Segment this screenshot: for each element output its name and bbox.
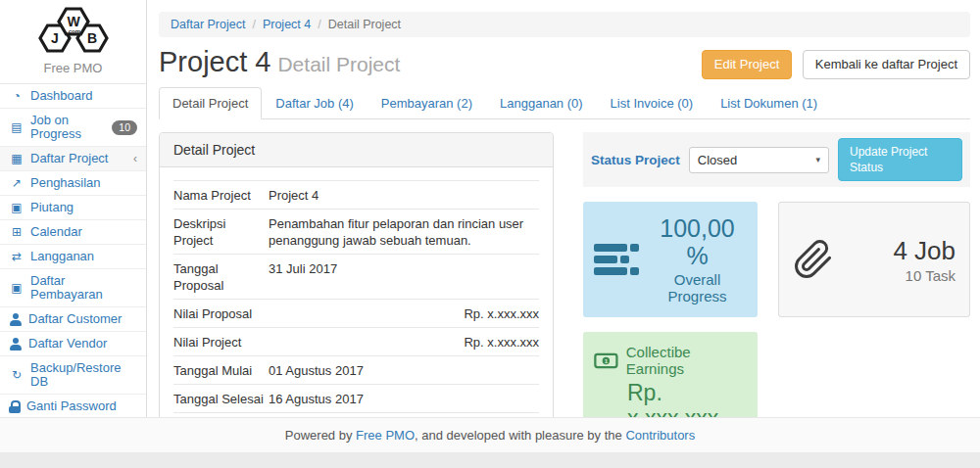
footer-text: , and developed with pleasure by the [415,428,625,443]
sidebar-item-label: Penghasilan [30,176,101,190]
footer-text: Powered by [285,428,356,443]
table-row: Tanggal Mulai 01 Agustus 2017 [173,356,539,385]
sidebar-item-piutang[interactable]: ▣ Piutang [0,196,146,220]
sidebar-item-label: Ganti Password [26,399,117,413]
retweet-icon: ⇄ [9,250,24,263]
tasks-icon [594,240,639,279]
free-pmo-link[interactable]: Free PMO [356,428,415,443]
detail-table: Nama Project Project 4 Deskripsi Project… [173,180,539,417]
table-row: Tanggal Proposal 31 Juli 2017 [173,255,539,300]
refresh-icon: ↻ [9,368,24,382]
calendar-icon: ⊞ [9,225,24,239]
sidebar-item-label: Daftar Project [30,152,108,165]
sidebar-item-label: Dashboard [30,89,93,103]
page-bottom-background [0,452,980,468]
tab-daftar-job[interactable]: Daftar Job (4) [262,87,367,119]
dashboard-icon: ◔ [9,89,24,103]
svg-text:B: B [86,30,96,46]
breadcrumb-project-4[interactable]: Project 4 [263,18,311,31]
table-row: Tanggal Selesai 16 Agustus 2017 [173,385,539,413]
table-row: Nilai Proposal Rp. x.xxx.xxx [173,300,539,328]
sidebar-item-calendar[interactable]: ⊞ Calendar [0,220,146,245]
overall-progress-caption: Overall Progress [648,271,747,304]
job-count-badge: 10 [112,120,137,135]
sidebar-item-label: Daftar Customer [28,312,122,326]
table-row: Nama Project Project 4 [173,181,539,210]
overall-progress-value: 100,00 % [648,214,747,269]
sidebar-item-label: Piutang [30,201,74,214]
tab-detail-project[interactable]: Detail Project [159,87,262,119]
money-icon: 1 [594,352,618,369]
sidebar-item-label: Langganan [30,250,94,263]
tab-pembayaran[interactable]: Pembayaran (2) [368,87,486,119]
sidebar-item-daftar-vendor[interactable]: Daftar Vendor [0,332,146,356]
money-icon: ▣ [9,201,24,214]
status-project-form: Status Project Closed ▾ Update Project S… [583,132,970,187]
sidebar-item-label: Calendar [30,225,82,239]
status-select[interactable]: Closed ▾ [689,147,829,173]
sidebar-item-daftar-pembayaran[interactable]: ▣ Daftar Pembayaran [0,269,146,307]
table-icon: ▦ [9,152,24,165]
breadcrumb-separator: / [316,18,322,31]
sidebar-item-langganan[interactable]: ⇄ Langganan [0,245,146,269]
logo-link[interactable]: J B W .com Free PMO [0,0,146,83]
tab-langganan[interactable]: Langganan (0) [486,87,597,119]
earnings-value: Rp. x.xxx.xxx [627,380,747,417]
footer: Powered by Free PMO, and developed with … [0,417,980,452]
edit-project-button[interactable]: Edit Project [702,50,792,79]
breadcrumb-separator: / [250,18,257,31]
jobs-box: 4 Job 10 Task [778,202,970,317]
sidebar-item-dashboard[interactable]: ◔ Dashboard [0,84,146,109]
status-project-label: Status Project [591,153,680,167]
sidebar-item-label: Daftar Pembayaran [30,274,137,302]
status-select-value: Closed [698,153,737,167]
tab-list-dokumen[interactable]: List Dokumen (1) [707,87,831,119]
tab-list-invoice[interactable]: List Invoice (0) [597,87,708,119]
table-row: Deskripsi Project Penambahan fitur pelap… [173,210,539,255]
task-count-caption: 10 Task [893,267,956,284]
sidebar-item-penghasilan[interactable]: ↗ Penghasilan [0,171,146,196]
paperclip-icon [793,239,834,280]
svg-text:J: J [51,30,59,46]
main-content: Daftar Project / Project 4 / Detail Proj… [147,0,980,417]
sidebar-item-label: Backup/Restore DB [30,361,137,389]
jwb-logo-icon: J B W .com [31,6,116,55]
users-icon [9,338,23,351]
job-count-value: 4 Job [893,236,956,265]
sidebar-item-backup-restore-db[interactable]: ↻ Backup/Restore DB [0,356,146,395]
caret-down-icon: ▾ [816,155,821,164]
svg-text:1: 1 [605,356,609,363]
collectible-earnings-box: 1 Collectibe Earnings Rp. x.xxx.xxx [583,332,758,417]
tasks-icon: ▤ [9,120,24,134]
svg-text:.com: .com [66,28,79,34]
breadcrumb-current: Detail Project [328,18,401,31]
page-subtitle: Detail Project [277,53,400,75]
update-project-status-button[interactable]: Update Project Status [838,138,962,181]
sidebar: J B W .com Free PMO ◔ Dashboard ▤ Job on… [0,0,147,417]
breadcrumb-daftar-project[interactable]: Daftar Project [171,18,245,31]
panel-title: Detail Project [160,133,553,167]
line-chart-icon: ↗ [9,176,24,190]
sidebar-item-label: Daftar Vendor [28,337,107,351]
sidebar-item-job-on-progress[interactable]: ▤ Job on Progress 10 [0,109,146,147]
table-row: Nilai Project Rp. x.xxx.xxx [173,328,539,356]
page-title-group: Project 4Detail Project [159,46,400,77]
earnings-title: Collectibe Earnings [626,344,747,377]
sidebar-item-label: Job on Progress [30,114,106,141]
contributors-link[interactable]: Contributors [625,428,695,443]
project-tabs: Detail Project Daftar Job (4) Pembayaran… [159,87,970,119]
sidebar-item-daftar-project[interactable]: ▦ Daftar Project ‹ [0,147,146,171]
free-pmo-app: J B W .com Free PMO ◔ Dashboard ▤ Job on… [0,0,980,468]
back-to-project-list-button[interactable]: Kembali ke daftar Project [803,50,970,79]
breadcrumb: Daftar Project / Project 4 / Detail Proj… [159,12,970,37]
sidebar-menu: ◔ Dashboard ▤ Job on Progress 10 ▦ Dafta… [0,83,146,443]
money-icon: ▣ [9,281,24,295]
sidebar-item-daftar-customer[interactable]: Daftar Customer [0,307,146,332]
lock-icon [9,400,21,413]
chevron-left-icon: ‹ [133,152,137,165]
brand-name: Free PMO [0,61,146,75]
users-icon [9,313,23,326]
sidebar-item-ganti-password[interactable]: Ganti Password [0,395,146,419]
page-title: Project 4 [159,46,270,77]
detail-project-panel: Detail Project Nama Project Project 4 De… [159,132,554,417]
